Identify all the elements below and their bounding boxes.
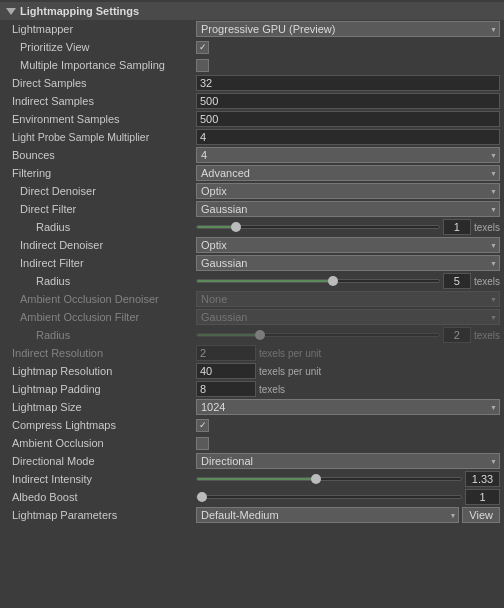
lightmapper-dropdown[interactable]: Progressive GPU (Preview) [196, 21, 500, 37]
lightmapper-value: Progressive GPU (Preview) [196, 21, 500, 37]
ao-filter-dropdown-wrap: Gaussian [196, 309, 500, 325]
radius-indirect-thumb[interactable] [328, 276, 338, 286]
environment-samples-value [196, 111, 500, 127]
collapse-icon[interactable] [6, 8, 16, 15]
lightmap-resolution-input[interactable] [196, 363, 256, 379]
indirect-samples-input[interactable] [196, 93, 500, 109]
lightmap-size-row: Lightmap Size 1024 [0, 398, 504, 416]
directional-mode-label: Directional Mode [4, 455, 196, 467]
radius-direct-track[interactable] [196, 225, 440, 229]
prioritize-view-row: Prioritize View ✓ [0, 38, 504, 56]
lightmap-padding-row: Lightmap Padding texels [0, 380, 504, 398]
light-probe-label: Light Probe Sample Multiplier [4, 131, 196, 143]
direct-denoiser-dropdown[interactable]: Optix [196, 183, 500, 199]
radius-direct-label: Radius [4, 221, 196, 233]
radius-direct-slider-container: texels [196, 219, 500, 235]
prioritize-view-value: ✓ [196, 41, 500, 54]
direct-samples-label: Direct Samples [4, 77, 196, 89]
bounces-dropdown[interactable]: 4 [196, 147, 500, 163]
view-button[interactable]: View [462, 507, 500, 523]
filtering-value: Advanced [196, 165, 500, 181]
albedo-boost-input[interactable] [465, 489, 500, 505]
radius-direct-thumb[interactable] [231, 222, 241, 232]
indirect-intensity-row: Indirect Intensity [0, 470, 504, 488]
directional-mode-dropdown-wrap: Directional [196, 453, 500, 469]
radius-ao-row: Radius texels [0, 326, 504, 344]
direct-filter-dropdown[interactable]: Gaussian [196, 201, 500, 217]
radius-indirect-track[interactable] [196, 279, 440, 283]
indirect-filter-dropdown-wrap: Gaussian [196, 255, 500, 271]
indirect-intensity-thumb[interactable] [311, 474, 321, 484]
ao-denoiser-value: None [196, 291, 500, 307]
lightmap-parameters-dropdown[interactable]: Default-Medium [196, 507, 459, 523]
lightmap-padding-label: Lightmap Padding [4, 383, 196, 395]
lightmapper-dropdown-wrap: Progressive GPU (Preview) [196, 21, 500, 37]
indirect-resolution-input [196, 345, 256, 361]
direct-denoiser-row: Direct Denoiser Optix [0, 182, 504, 200]
indirect-resolution-value: texels per unit [196, 345, 500, 361]
indirect-intensity-fill [197, 478, 313, 480]
indirect-intensity-track[interactable] [196, 477, 462, 481]
radius-ao-label: Radius [4, 329, 196, 341]
lightmap-parameters-label: Lightmap Parameters [4, 509, 196, 521]
direct-samples-row: Direct Samples [0, 74, 504, 92]
ambient-occlusion-row: Ambient Occlusion [0, 434, 504, 452]
direct-denoiser-label: Direct Denoiser [4, 185, 196, 197]
radius-direct-value: texels [196, 219, 500, 235]
directional-mode-dropdown[interactable]: Directional [196, 453, 500, 469]
ao-filter-row: Ambient Occlusion Filter Gaussian [0, 308, 504, 326]
radius-direct-input[interactable] [443, 219, 471, 235]
lightmap-size-dropdown[interactable]: 1024 [196, 399, 500, 415]
indirect-samples-row: Indirect Samples [0, 92, 504, 110]
indirect-resolution-unit: texels per unit [259, 348, 321, 359]
lightmap-padding-input[interactable] [196, 381, 256, 397]
ambient-occlusion-checkbox[interactable] [196, 437, 209, 450]
albedo-boost-track[interactable] [196, 495, 462, 499]
ao-denoiser-dropdown-wrap: None [196, 291, 500, 307]
light-probe-value [196, 129, 500, 145]
radius-indirect-input[interactable] [443, 273, 471, 289]
filtering-label: Filtering [4, 167, 196, 179]
multiple-importance-checkbox[interactable] [196, 59, 209, 72]
albedo-boost-thumb[interactable] [197, 492, 207, 502]
bounces-row: Bounces 4 [0, 146, 504, 164]
prioritize-view-checkbox[interactable]: ✓ [196, 41, 209, 54]
indirect-resolution-label: Indirect Resolution [4, 347, 196, 359]
indirect-intensity-value [196, 471, 500, 487]
filtering-dropdown[interactable]: Advanced [196, 165, 500, 181]
indirect-intensity-slider-container [196, 471, 500, 487]
compress-lightmaps-label: Compress Lightmaps [4, 419, 196, 431]
albedo-boost-value [196, 489, 500, 505]
indirect-filter-dropdown[interactable]: Gaussian [196, 255, 500, 271]
bounces-label: Bounces [4, 149, 196, 161]
radius-ao-fill [197, 334, 257, 336]
radius-ao-thumb [255, 330, 265, 340]
radius-direct-row: Radius texels [0, 218, 504, 236]
radius-ao-input [443, 327, 471, 343]
light-probe-input[interactable] [196, 129, 500, 145]
environment-samples-label: Environment Samples [4, 113, 196, 125]
indirect-denoiser-row: Indirect Denoiser Optix [0, 236, 504, 254]
bounces-dropdown-wrap: 4 [196, 147, 500, 163]
lightmap-size-dropdown-wrap: 1024 [196, 399, 500, 415]
prioritize-view-label: Prioritize View [4, 41, 196, 53]
radius-indirect-slider-container: texels [196, 273, 500, 289]
radius-indirect-row: Radius texels [0, 272, 504, 290]
direct-samples-input[interactable] [196, 75, 500, 91]
compress-lightmaps-value: ✓ [196, 419, 500, 432]
albedo-boost-slider-container [196, 489, 500, 505]
environment-samples-input[interactable] [196, 111, 500, 127]
direct-denoiser-value: Optix [196, 183, 500, 199]
lightmap-size-label: Lightmap Size [4, 401, 196, 413]
radius-direct-unit: texels [474, 222, 500, 233]
indirect-denoiser-dropdown[interactable]: Optix [196, 237, 500, 253]
compress-lightmaps-checkbox[interactable]: ✓ [196, 419, 209, 432]
radius-direct-fill [197, 226, 233, 228]
direct-filter-dropdown-wrap: Gaussian [196, 201, 500, 217]
ao-filter-label: Ambient Occlusion Filter [4, 311, 196, 323]
indirect-intensity-input[interactable] [465, 471, 500, 487]
indirect-denoiser-value: Optix [196, 237, 500, 253]
indirect-filter-label: Indirect Filter [4, 257, 196, 269]
lightmap-resolution-row: Lightmap Resolution texels per unit [0, 362, 504, 380]
ao-denoiser-label: Ambient Occlusion Denoiser [4, 293, 196, 305]
